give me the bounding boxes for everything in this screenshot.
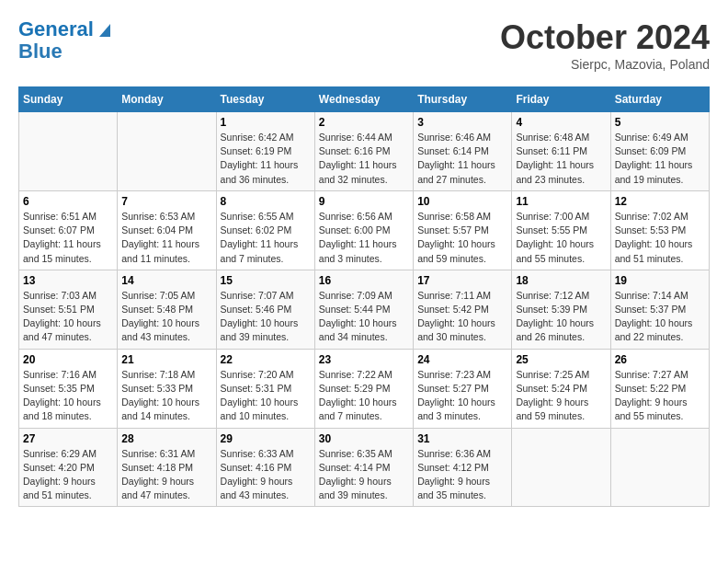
day-detail: Sunrise: 7:20 AMSunset: 5:31 PMDaylight:… (221, 368, 311, 424)
day-detail: Sunrise: 6:36 AMSunset: 4:12 PMDaylight:… (417, 447, 507, 503)
day-number: 10 (417, 195, 507, 208)
day-detail: Sunrise: 6:51 AMSunset: 6:07 PMDaylight:… (23, 210, 113, 266)
day-detail: Sunrise: 7:22 AMSunset: 5:29 PMDaylight:… (319, 368, 409, 424)
day-number: 2 (319, 116, 409, 129)
day-detail: Sunrise: 7:03 AMSunset: 5:51 PMDaylight:… (23, 289, 113, 345)
day-detail: Sunrise: 7:11 AMSunset: 5:42 PMDaylight:… (417, 289, 507, 345)
weekday-header: Sunday (19, 87, 118, 112)
day-number: 11 (516, 195, 606, 208)
calendar-cell: 13Sunrise: 7:03 AMSunset: 5:51 PMDayligh… (19, 270, 118, 349)
day-detail: Sunrise: 6:33 AMSunset: 4:16 PMDaylight:… (221, 447, 311, 503)
day-number: 1 (221, 116, 311, 129)
weekday-header: Saturday (610, 87, 709, 112)
day-number: 29 (221, 432, 311, 445)
day-number: 17 (417, 274, 507, 287)
weekday-header: Tuesday (216, 87, 314, 112)
calendar-cell (19, 112, 118, 191)
page-header: General Blue October 2024 Sierpc, Mazovi… (18, 18, 710, 72)
calendar-cell: 1Sunrise: 6:42 AMSunset: 6:19 PMDaylight… (216, 112, 314, 191)
calendar-cell: 15Sunrise: 7:07 AMSunset: 5:46 PMDayligh… (216, 270, 314, 349)
calendar-cell: 24Sunrise: 7:23 AMSunset: 5:27 PMDayligh… (414, 349, 512, 428)
calendar-week-row: 27Sunrise: 6:29 AMSunset: 4:20 PMDayligh… (19, 428, 710, 507)
day-number: 3 (417, 116, 507, 129)
day-detail: Sunrise: 7:12 AMSunset: 5:39 PMDaylight:… (516, 289, 606, 345)
calendar-cell: 28Sunrise: 6:31 AMSunset: 4:18 PMDayligh… (118, 428, 216, 507)
day-detail: Sunrise: 6:53 AMSunset: 6:04 PMDaylight:… (121, 210, 211, 266)
day-number: 12 (615, 195, 705, 208)
calendar-cell: 16Sunrise: 7:09 AMSunset: 5:44 PMDayligh… (314, 270, 413, 349)
weekday-header: Monday (118, 87, 216, 112)
calendar-cell: 30Sunrise: 6:35 AMSunset: 4:14 PMDayligh… (314, 428, 413, 507)
calendar-cell: 11Sunrise: 7:00 AMSunset: 5:55 PMDayligh… (512, 190, 610, 270)
day-detail: Sunrise: 7:25 AMSunset: 5:24 PMDaylight:… (516, 368, 606, 424)
day-number: 31 (417, 432, 507, 445)
calendar-cell: 22Sunrise: 7:20 AMSunset: 5:31 PMDayligh… (216, 349, 314, 428)
calendar-cell: 9Sunrise: 6:56 AMSunset: 6:00 PMDaylight… (314, 190, 413, 270)
calendar-cell: 8Sunrise: 6:55 AMSunset: 6:02 PMDaylight… (216, 190, 314, 270)
calendar-week-row: 20Sunrise: 7:16 AMSunset: 5:35 PMDayligh… (19, 349, 710, 428)
calendar-cell: 14Sunrise: 7:05 AMSunset: 5:48 PMDayligh… (118, 270, 216, 349)
day-number: 27 (23, 432, 113, 445)
day-detail: Sunrise: 7:27 AMSunset: 5:22 PMDaylight:… (615, 368, 705, 424)
calendar-cell: 19Sunrise: 7:14 AMSunset: 5:37 PMDayligh… (610, 270, 709, 349)
calendar-cell: 12Sunrise: 7:02 AMSunset: 5:53 PMDayligh… (610, 190, 709, 270)
calendar-cell: 20Sunrise: 7:16 AMSunset: 5:35 PMDayligh… (19, 349, 118, 428)
calendar-cell: 2Sunrise: 6:44 AMSunset: 6:16 PMDaylight… (314, 112, 413, 191)
day-detail: Sunrise: 7:05 AMSunset: 5:48 PMDaylight:… (121, 289, 211, 345)
day-number: 6 (23, 195, 113, 208)
weekday-header: Thursday (414, 87, 512, 112)
day-number: 28 (121, 432, 211, 445)
svg-marker-0 (99, 24, 110, 37)
calendar-cell: 23Sunrise: 7:22 AMSunset: 5:29 PMDayligh… (314, 349, 413, 428)
day-number: 25 (516, 353, 606, 366)
calendar-week-row: 13Sunrise: 7:03 AMSunset: 5:51 PMDayligh… (19, 270, 710, 349)
calendar-week-row: 1Sunrise: 6:42 AMSunset: 6:19 PMDaylight… (19, 112, 710, 191)
day-detail: Sunrise: 7:23 AMSunset: 5:27 PMDaylight:… (417, 368, 507, 424)
calendar-cell: 18Sunrise: 7:12 AMSunset: 5:39 PMDayligh… (512, 270, 610, 349)
day-number: 22 (221, 353, 311, 366)
logo: General Blue (18, 18, 114, 63)
day-number: 15 (221, 274, 311, 287)
day-number: 4 (516, 116, 606, 129)
day-number: 18 (516, 274, 606, 287)
day-detail: Sunrise: 7:09 AMSunset: 5:44 PMDaylight:… (319, 289, 409, 345)
day-number: 14 (121, 274, 211, 287)
day-detail: Sunrise: 6:56 AMSunset: 6:00 PMDaylight:… (319, 210, 409, 266)
calendar-cell: 10Sunrise: 6:58 AMSunset: 5:57 PMDayligh… (414, 190, 512, 270)
calendar-cell (610, 428, 709, 507)
calendar-cell (512, 428, 610, 507)
day-detail: Sunrise: 6:44 AMSunset: 6:16 PMDaylight:… (319, 131, 409, 187)
calendar-cell: 26Sunrise: 7:27 AMSunset: 5:22 PMDayligh… (610, 349, 709, 428)
day-number: 19 (615, 274, 705, 287)
day-detail: Sunrise: 7:00 AMSunset: 5:55 PMDaylight:… (516, 210, 606, 266)
calendar-header-row: SundayMondayTuesdayWednesdayThursdayFrid… (19, 87, 710, 112)
calendar-week-row: 6Sunrise: 6:51 AMSunset: 6:07 PMDaylight… (19, 190, 710, 270)
day-detail: Sunrise: 6:58 AMSunset: 5:57 PMDaylight:… (417, 210, 507, 266)
calendar-cell: 25Sunrise: 7:25 AMSunset: 5:24 PMDayligh… (512, 349, 610, 428)
calendar-cell (118, 112, 216, 191)
title-block: October 2024 Sierpc, Mazovia, Poland (500, 18, 710, 72)
day-number: 30 (319, 432, 409, 445)
day-detail: Sunrise: 7:18 AMSunset: 5:33 PMDaylight:… (121, 368, 211, 424)
day-detail: Sunrise: 6:49 AMSunset: 6:09 PMDaylight:… (615, 131, 705, 187)
day-detail: Sunrise: 7:02 AMSunset: 5:53 PMDaylight:… (615, 210, 705, 266)
calendar-cell: 4Sunrise: 6:48 AMSunset: 6:11 PMDaylight… (512, 112, 610, 191)
calendar-cell: 31Sunrise: 6:36 AMSunset: 4:12 PMDayligh… (414, 428, 512, 507)
calendar-table: SundayMondayTuesdayWednesdayThursdayFrid… (18, 86, 710, 507)
day-number: 5 (615, 116, 705, 129)
calendar-cell: 5Sunrise: 6:49 AMSunset: 6:09 PMDaylight… (610, 112, 709, 191)
logo-text: General Blue (18, 18, 114, 63)
day-detail: Sunrise: 6:48 AMSunset: 6:11 PMDaylight:… (516, 131, 606, 187)
day-detail: Sunrise: 6:42 AMSunset: 6:19 PMDaylight:… (221, 131, 311, 187)
page-title: October 2024 (500, 18, 710, 57)
day-detail: Sunrise: 7:07 AMSunset: 5:46 PMDaylight:… (221, 289, 311, 345)
day-number: 9 (319, 195, 409, 208)
calendar-cell: 29Sunrise: 6:33 AMSunset: 4:16 PMDayligh… (216, 428, 314, 507)
day-detail: Sunrise: 6:46 AMSunset: 6:14 PMDaylight:… (417, 131, 507, 187)
calendar-cell: 21Sunrise: 7:18 AMSunset: 5:33 PMDayligh… (118, 349, 216, 428)
day-number: 16 (319, 274, 409, 287)
day-detail: Sunrise: 6:35 AMSunset: 4:14 PMDaylight:… (319, 447, 409, 503)
calendar-cell: 7Sunrise: 6:53 AMSunset: 6:04 PMDaylight… (118, 190, 216, 270)
day-detail: Sunrise: 6:55 AMSunset: 6:02 PMDaylight:… (221, 210, 311, 266)
day-number: 24 (417, 353, 507, 366)
